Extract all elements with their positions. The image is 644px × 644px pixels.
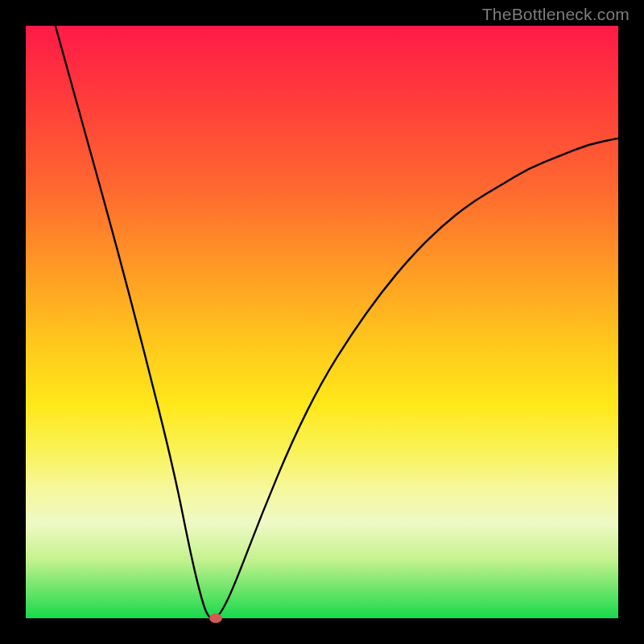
chart-frame: TheBottleneck.com <box>0 0 644 644</box>
bottleneck-curve <box>26 26 618 618</box>
watermark-text: TheBottleneck.com <box>482 5 630 24</box>
optimum-marker <box>209 613 222 623</box>
plot-area <box>26 26 618 618</box>
